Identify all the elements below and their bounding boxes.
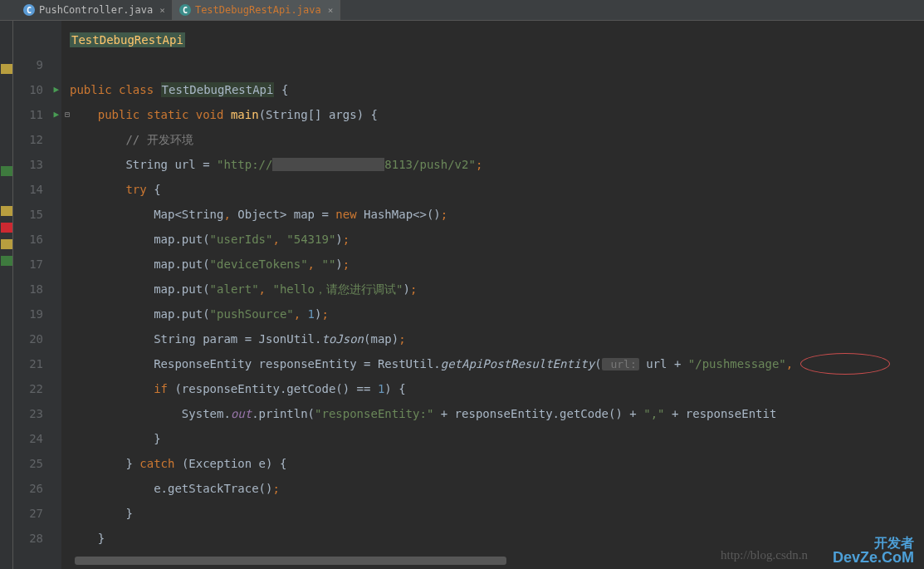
- line-number[interactable]: 28: [13, 526, 61, 551]
- code-line: try {: [61, 177, 924, 202]
- code-editor[interactable]: TestDebugRestApi public class TestDebugR…: [61, 21, 924, 569]
- watermark-logo: 开发者 DevZe.CoM: [833, 537, 914, 565]
- gutter-marker[interactable]: [1, 239, 12, 249]
- line-number[interactable]: 10▶: [13, 77, 61, 102]
- line-number[interactable]: 12: [13, 127, 61, 152]
- code-line: if (responseEntity.getCode() == 1) {: [61, 376, 924, 401]
- code-line: }: [61, 526, 924, 551]
- line-number[interactable]: 20: [13, 326, 61, 351]
- gutter-marker[interactable]: [1, 206, 12, 216]
- breadcrumb-row: [13, 27, 61, 52]
- run-icon[interactable]: ▶: [53, 102, 59, 127]
- watermark-url: http://blog.csdn.n: [721, 548, 808, 562]
- line-number[interactable]: 25: [13, 451, 61, 476]
- editor-container: 910▶11▶⊟12131415161718192021222324252627…: [0, 21, 924, 569]
- code-line: System.out.println("responseEntity:" + r…: [61, 401, 924, 426]
- code-line: }: [61, 426, 924, 451]
- code-line: String param = JsonUtil.toJson(map);: [61, 326, 924, 351]
- java-class-icon: C: [179, 4, 191, 16]
- code-line: }: [61, 501, 924, 526]
- tab-label: PushController.java: [39, 4, 153, 16]
- fold-icon[interactable]: ⊟: [65, 102, 70, 127]
- breadcrumb[interactable]: TestDebugRestApi: [70, 32, 185, 47]
- line-number[interactable]: 15: [13, 202, 61, 227]
- line-number[interactable]: 22: [13, 376, 61, 401]
- line-number[interactable]: 18: [13, 277, 61, 302]
- line-number[interactable]: 23: [13, 401, 61, 426]
- close-icon[interactable]: ×: [328, 5, 334, 16]
- line-number[interactable]: 9: [13, 52, 61, 77]
- editor-tabs: C PushController.java × C TestDebugRestA…: [0, 0, 924, 21]
- code-line: // 开发环境: [61, 127, 924, 152]
- code-line: map.put("pushSource", 1);: [61, 302, 924, 326]
- tab-test-debug-rest-api[interactable]: C TestDebugRestApi.java ×: [173, 0, 340, 20]
- gutter-marker[interactable]: [1, 223, 12, 233]
- line-number[interactable]: 13: [13, 152, 61, 177]
- code-line: String url = "http://████████████████811…: [61, 152, 924, 177]
- marker-strip: [0, 21, 13, 569]
- code-line: Map<String, Object> map = new HashMap<>(…: [61, 202, 924, 227]
- code-line: e.getStackTrace();: [61, 476, 924, 501]
- tab-label: TestDebugRestApi.java: [195, 4, 321, 16]
- code-line: map.put("alert", "hello，请您进行调试");: [61, 277, 924, 302]
- line-number[interactable]: 21: [13, 351, 61, 376]
- gutter: 910▶11▶⊟12131415161718192021222324252627…: [13, 21, 61, 569]
- code-line: } catch (Exception e) {: [61, 451, 924, 476]
- line-number[interactable]: 16: [13, 227, 61, 252]
- line-number[interactable]: 14: [13, 177, 61, 202]
- java-class-icon: C: [23, 4, 35, 16]
- line-number[interactable]: 26: [13, 476, 61, 501]
- code-line: ResponseEntity responseEntity = RestUtil…: [61, 351, 924, 376]
- gutter-marker[interactable]: [1, 166, 12, 176]
- line-number[interactable]: 27: [13, 501, 61, 526]
- line-number[interactable]: 24: [13, 426, 61, 451]
- code-line: map.put("deviceTokens", "");: [61, 252, 924, 277]
- line-number[interactable]: 17: [13, 252, 61, 277]
- line-number[interactable]: 11▶⊟: [13, 102, 61, 127]
- code-line: public class TestDebugRestApi {: [61, 77, 924, 102]
- close-icon[interactable]: ×: [159, 5, 165, 16]
- code-line: public static void main(String[] args) {: [61, 102, 924, 127]
- annotation-circle: [800, 353, 890, 375]
- code-line: [61, 52, 924, 77]
- gutter-marker[interactable]: [1, 64, 12, 74]
- run-icon[interactable]: ▶: [53, 77, 59, 102]
- code-line: map.put("userIds", "54319");: [61, 227, 924, 252]
- line-number[interactable]: 19: [13, 302, 61, 326]
- tab-push-controller[interactable]: C PushController.java ×: [17, 0, 173, 20]
- horizontal-scrollbar[interactable]: [75, 557, 506, 565]
- gutter-marker[interactable]: [1, 256, 12, 266]
